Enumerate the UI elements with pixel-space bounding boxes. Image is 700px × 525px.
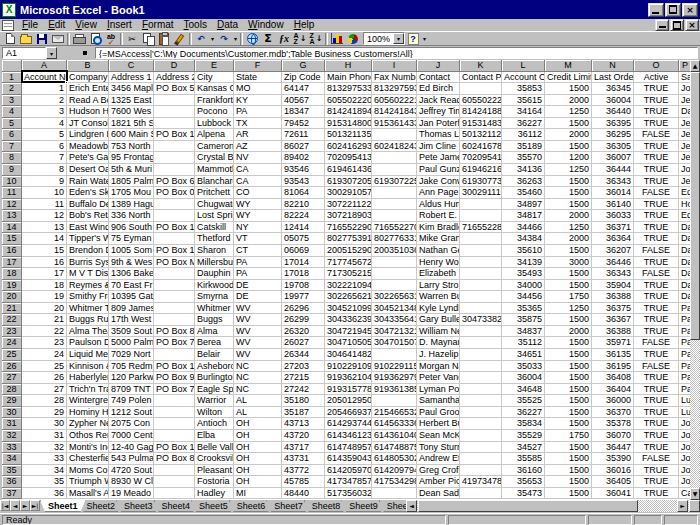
cell[interactable]: 36388 [592, 291, 634, 303]
cell[interactable]: 1389 Hagu [109, 199, 154, 211]
cell[interactable]: 36014 [592, 187, 634, 199]
vertical-scroll-thumb[interactable] [690, 72, 700, 340]
tab-split-handle[interactable] [689, 500, 700, 512]
cell[interactable]: 3047219455 [325, 326, 372, 338]
cell[interactable]: TRUE [634, 418, 679, 430]
cell[interactable]: Samantha [417, 395, 460, 407]
cell[interactable]: 29 [22, 407, 67, 419]
cell[interactable]: Elizabeth [417, 268, 460, 280]
scroll-right-arrow[interactable]: ► [677, 500, 688, 512]
cell[interactable]: 35189 [502, 141, 545, 153]
row-header-26[interactable]: 26 [2, 361, 22, 373]
cell[interactable]: 7600 Wes [109, 106, 154, 118]
cell[interactable]: 35834 [502, 418, 545, 430]
row-header-21[interactable]: 21 [2, 303, 22, 315]
cell[interactable]: Warren Bu [417, 291, 460, 303]
cell[interactable]: 705 Redm [109, 361, 154, 373]
cell[interactable] [460, 361, 502, 373]
column-header-o[interactable]: O [634, 60, 679, 72]
cell[interactable]: Account Op [502, 72, 545, 84]
cell[interactable] [460, 257, 502, 269]
cell[interactable]: 1500 [545, 407, 592, 419]
cell[interactable]: Kansas Cit [195, 83, 234, 95]
cell[interactable]: 3022210946 [325, 280, 372, 292]
cell[interactable]: 35460 [502, 187, 545, 199]
cell[interactable] [154, 418, 195, 430]
cell[interactable]: 35378 [592, 418, 634, 430]
cell[interactable] [460, 291, 502, 303]
cell[interactable]: 36041 [592, 488, 634, 500]
cell[interactable]: 36388 [592, 326, 634, 338]
cell[interactable] [460, 233, 502, 245]
cell[interactable]: Account Numb [22, 72, 67, 84]
cell[interactable]: OH [234, 442, 282, 454]
cell[interactable]: TX [234, 118, 282, 130]
cell[interactable]: 1250 [545, 222, 592, 234]
cell[interactable]: Alma [195, 326, 234, 338]
cell[interactable]: Wintergre [67, 395, 109, 407]
cell[interactable]: 36135 [592, 349, 634, 361]
column-header-n[interactable]: N [592, 60, 634, 72]
column-header-f[interactable]: F [234, 60, 282, 72]
cell[interactable]: OH [234, 465, 282, 477]
tab-sheet6[interactable]: Sheet6 [229, 500, 274, 512]
cell[interactable]: DE [234, 291, 282, 303]
cell[interactable]: 34466 [502, 222, 545, 234]
cell[interactable]: M V T Dist [67, 268, 109, 280]
cell[interactable]: 7173052159 [325, 268, 372, 280]
cell[interactable]: 6143461230 [325, 430, 372, 442]
row-header-25[interactable]: 25 [2, 349, 22, 361]
cell[interactable]: Hadley [195, 488, 234, 500]
cell[interactable]: TRUE [634, 430, 679, 442]
cell[interactable]: 2054669372 [325, 407, 372, 419]
cell[interactable]: 72611 [282, 129, 325, 141]
cell[interactable]: TRUE [634, 210, 679, 222]
cell[interactable]: 1500 [545, 118, 592, 130]
cell[interactable]: 336 North [109, 210, 154, 222]
cell[interactable]: 4197347864 [460, 476, 502, 488]
cell[interactable]: Jo [679, 453, 690, 465]
cell[interactable]: 2000 [545, 95, 592, 107]
cell[interactable]: Buggs [195, 314, 234, 326]
cell[interactable]: PO Box 03 [154, 187, 195, 199]
tab-sheet1[interactable]: Sheet1 [40, 500, 86, 512]
row-header-33[interactable]: 33 [2, 442, 22, 454]
cell[interactable]: 14 [22, 233, 67, 245]
cell[interactable]: 2000 [545, 129, 592, 141]
cell[interactable]: Amber Pic [417, 476, 460, 488]
cell[interactable]: 1500 [545, 465, 592, 477]
cell[interactable] [154, 407, 195, 419]
cell[interactable]: 36263 [502, 176, 545, 188]
cell[interactable] [372, 349, 417, 361]
cell[interactable]: 8142418941 [325, 106, 372, 118]
spelling-button[interactable]: ab✓ [103, 32, 119, 46]
cell[interactable]: 9153148000 [325, 118, 372, 130]
cell[interactable]: Lyman Po [417, 384, 460, 396]
row-header-32[interactable]: 32 [2, 430, 22, 442]
cell[interactable]: DE [234, 280, 282, 292]
cell[interactable]: PA [234, 268, 282, 280]
cell[interactable]: Jan Poterfi [417, 118, 460, 130]
redo-button[interactable]: ↷ [216, 32, 232, 46]
cell[interactable]: 35525 [502, 395, 545, 407]
cell[interactable]: 3043362393 [325, 314, 372, 326]
cell[interactable]: 35473 [502, 488, 545, 500]
minimize-button[interactable] [648, 3, 664, 17]
cell[interactable] [460, 268, 502, 280]
cell[interactable]: Jo [679, 442, 690, 454]
cell[interactable]: 4175342981 [372, 476, 417, 488]
cell[interactable]: CT [234, 245, 282, 257]
cell[interactable]: FALSE [634, 268, 679, 280]
cell[interactable]: 7165522830 [460, 222, 502, 234]
row-header-31[interactable]: 31 [2, 418, 22, 430]
cell[interactable]: 30 [22, 418, 67, 430]
cell[interactable]: D. Maynar [417, 337, 460, 349]
cell[interactable]: Asheboro [195, 361, 234, 373]
cell[interactable]: 3045213481 [372, 303, 417, 315]
cell[interactable]: 36370 [592, 407, 634, 419]
cell[interactable] [154, 280, 195, 292]
row-header-3[interactable]: 3 [2, 95, 22, 107]
drawing-button[interactable] [345, 32, 361, 46]
cell[interactable]: FALSE [634, 361, 679, 373]
cell[interactable]: 15 [22, 245, 67, 257]
